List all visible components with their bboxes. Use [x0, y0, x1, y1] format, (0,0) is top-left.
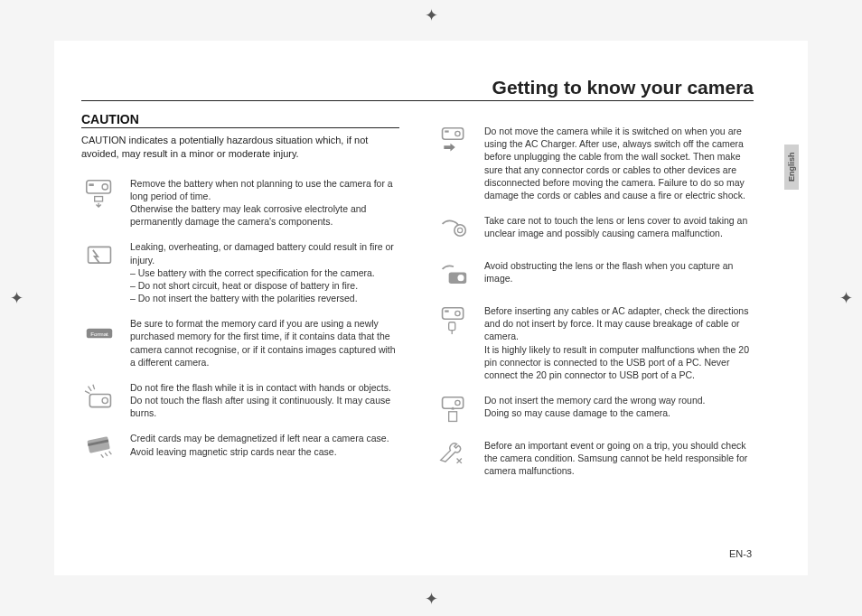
caution-item-text: Remove the battery when not planning to …: [130, 177, 399, 229]
crop-mark-left: ✦: [7, 290, 25, 308]
svg-point-14: [454, 225, 465, 236]
caution-item-text: Credit cards may be demagnetized if left…: [130, 432, 399, 457]
format-card-icon: Format: [81, 317, 117, 350]
right-column: Do not move the camera while it is switc…: [436, 112, 754, 490]
camera-battery-down-icon: [81, 177, 117, 210]
caution-item: Do not insert the memory card the wrong …: [436, 394, 754, 426]
svg-point-1: [102, 183, 108, 189]
page-title: Getting to know your camera: [81, 77, 754, 101]
svg-point-12: [455, 131, 460, 135]
hand-lens-icon: [436, 214, 472, 247]
svg-rect-20: [445, 310, 448, 312]
caution-item: Before an important event or going on a …: [436, 439, 754, 478]
left-column: CAUTION CAUTION indicates a potentially …: [81, 112, 399, 490]
caution-item: Before inserting any cables or AC adapte…: [436, 304, 754, 381]
caution-heading: CAUTION: [81, 112, 399, 128]
crop-mark-right: ✦: [837, 290, 855, 308]
svg-rect-3: [95, 196, 103, 201]
caution-intro: CAUTION indicates a potentially hazardou…: [81, 134, 399, 161]
svg-rect-13: [445, 130, 448, 132]
caution-item: Do not move the camera while it is switc…: [436, 125, 754, 201]
svg-point-24: [455, 400, 460, 405]
svg-point-8: [102, 397, 108, 403]
svg-rect-0: [87, 180, 111, 192]
memory-card-insert-icon: [436, 394, 472, 426]
caution-item: Credit cards may be demagnetized if left…: [81, 432, 399, 464]
flash-burn-icon: [81, 381, 117, 414]
svg-point-17: [457, 275, 464, 281]
caution-item: Take care not to touch the lens or lens …: [436, 214, 754, 247]
caution-item-text: Do not move the camera while it is switc…: [484, 125, 754, 201]
crop-mark-top: ✦: [422, 7, 440, 25]
caution-item-text: Before an important event or going on a …: [484, 439, 754, 478]
caution-item: Avoid obstructing the lens or the flash …: [436, 259, 754, 292]
credit-card-magnet-icon: [81, 432, 117, 464]
caution-item: Format Be sure to format the memory card…: [81, 317, 399, 369]
svg-rect-2: [89, 183, 93, 186]
caution-item: Do not fire the flash while it is in con…: [81, 381, 399, 420]
caution-item-text: Take care not to touch the lens or lens …: [484, 214, 754, 239]
caution-item: Leaking, overheating, or damaged battery…: [81, 240, 399, 304]
svg-rect-25: [449, 412, 457, 422]
svg-point-15: [457, 228, 462, 232]
caution-item: Remove the battery when not planning to …: [81, 177, 399, 229]
caution-item-text: Avoid obstructing the lens or the flash …: [484, 259, 754, 285]
caution-item-text: Do not insert the memory card the wrong …: [484, 394, 754, 419]
manual-page: Getting to know your camera English CAUT…: [54, 41, 808, 575]
caution-item-text: Leaking, overheating, or damaged battery…: [130, 240, 399, 304]
content-columns: CAUTION CAUTION indicates a potentially …: [81, 112, 754, 490]
caution-item-text: Before inserting any cables or AC adapte…: [484, 304, 754, 381]
camera-cable-icon: [436, 304, 472, 337]
svg-text:Format: Format: [90, 331, 108, 337]
hand-flash-icon: [436, 259, 472, 292]
page-number: EN-3: [729, 548, 752, 559]
svg-point-19: [455, 311, 460, 315]
battery-leak-icon: [81, 240, 117, 273]
crop-mark-bottom: ✦: [422, 591, 440, 609]
camera-plug-icon: [436, 125, 472, 157]
caution-item-text: Be sure to format the memory card if you…: [130, 317, 399, 369]
svg-rect-21: [449, 322, 455, 331]
svg-rect-4: [89, 247, 111, 264]
wrench-check-icon: [436, 439, 472, 471]
caution-item-text: Do not fire the flash while it is in con…: [130, 381, 399, 420]
language-tab: English: [784, 145, 799, 190]
